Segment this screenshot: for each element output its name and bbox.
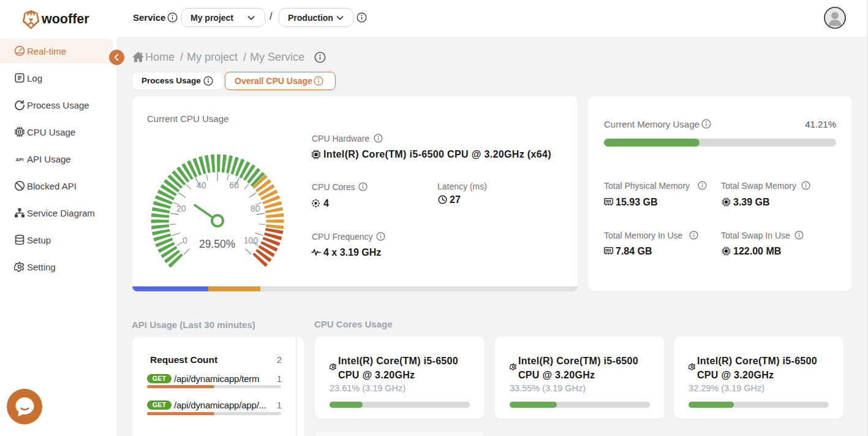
svg-text:0: 0 [183,235,187,245]
svg-text:29.50%: 29.50% [199,238,235,250]
svg-text:60: 60 [229,180,239,190]
svg-text:wooffer: wooffer [41,12,89,26]
svg-text:80: 80 [251,204,260,213]
svg-text:20: 20 [176,204,186,213]
svg-text:100: 100 [244,235,259,245]
svg-text:API: API [16,157,24,163]
svg-text:40: 40 [197,180,206,190]
